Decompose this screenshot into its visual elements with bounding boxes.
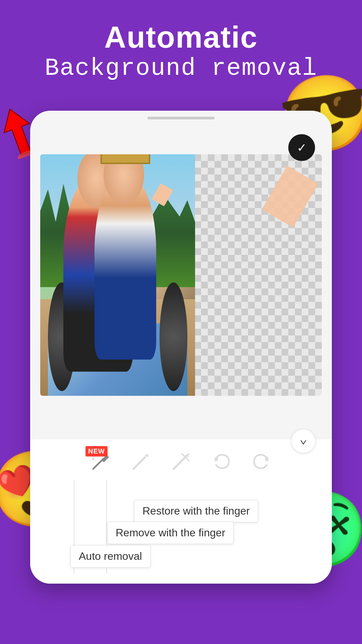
tooltip-remove: Remove with the finger	[107, 522, 234, 544]
header-title: Automatic	[0, 20, 362, 55]
svg-line-2	[93, 459, 103, 469]
undo-icon	[211, 451, 231, 471]
tool-restore[interactable]	[131, 451, 151, 471]
tool-redo[interactable]	[251, 451, 272, 471]
svg-point-6	[93, 458, 94, 460]
header: Automatic Background removal	[0, 20, 362, 82]
phone-notch	[147, 117, 215, 119]
tooltip-restore: Restore with the finger	[134, 500, 258, 522]
tooltip-auto: Auto removal	[70, 545, 150, 568]
transparent-section	[195, 154, 322, 396]
toolbar-area: NEW	[30, 439, 332, 584]
image-area	[40, 154, 322, 396]
phone-mockup: NEW	[30, 111, 332, 584]
restore-brush-icon	[131, 451, 151, 471]
check-button[interactable]	[288, 134, 315, 161]
redo-icon	[251, 451, 272, 471]
tool-auto-removal[interactable]: NEW	[90, 451, 111, 471]
photo-left	[40, 154, 195, 396]
header-subtitle: Background removal	[0, 55, 362, 82]
tool-remove[interactable]	[171, 451, 191, 471]
photo-content	[40, 154, 195, 396]
tools-row: NEW	[30, 446, 332, 476]
remove-brush-icon	[171, 451, 191, 471]
new-badge: NEW	[85, 446, 108, 457]
woman-figure	[95, 178, 157, 360]
tool-undo[interactable]	[211, 451, 231, 471]
scooter-wheel-right	[160, 282, 187, 391]
